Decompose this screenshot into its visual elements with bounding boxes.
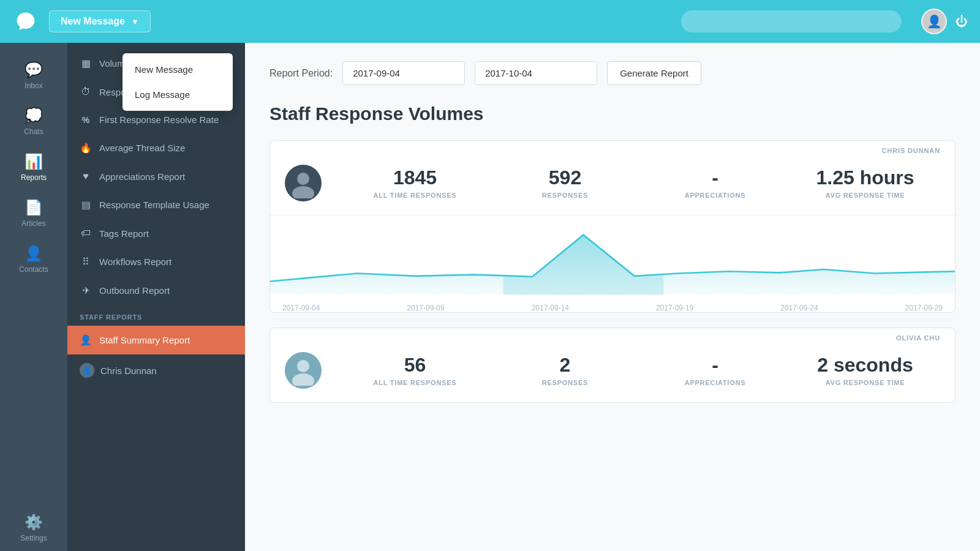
response-template-icon: ▤ — [80, 199, 92, 211]
contacts-icon: 👤 — [24, 245, 43, 262]
inbox-icon: 💬 — [24, 61, 43, 78]
new-message-button[interactable]: New Message ▼ — [49, 10, 151, 32]
section-title: Staff Response Volumes — [270, 103, 956, 124]
sidebar-item-settings[interactable]: ⚙️ Settings — [0, 505, 67, 551]
olivia-all-time: 56 ALL TIME RESPONSES — [340, 348, 490, 392]
tags-report-icon: 🏷 — [80, 228, 92, 239]
period-label: Report Period: — [270, 68, 333, 79]
app-logo — [12, 8, 39, 35]
svg-point-3 — [292, 373, 314, 386]
staff-summary-icon: 👤 — [80, 334, 92, 346]
main-layout: 💬 Inbox 💭 Chats 📊 Reports 📄 Articles 👤 C… — [0, 43, 980, 551]
dropdown-new-message[interactable]: New Message — [123, 57, 233, 82]
articles-icon: 📄 — [24, 199, 43, 216]
sidebar-item-inbox[interactable]: 💬 Inbox — [0, 53, 67, 99]
olivia-avatar — [285, 352, 322, 389]
menu-appreciations[interactable]: ♥ Appreciations Report — [67, 162, 245, 190]
staff-card-olivia: OLIVIA CHU 56 ALL TIME RESPONSES 2 RE — [270, 328, 956, 403]
menu-response-template[interactable]: ▤ Response Template Usage — [67, 190, 245, 219]
chris-avg-response: 1.25 hours AVG RESPONSE TIME — [790, 160, 940, 205]
response-time-icon: ⏱ — [80, 86, 92, 97]
topbar-right: 👤 ⏻ — [921, 9, 968, 34]
svg-point-0 — [297, 173, 309, 185]
menu-avg-thread[interactable]: 🔥 Average Thread Size — [67, 133, 245, 162]
first-response-icon: % — [80, 115, 92, 125]
workflows-icon: ⠿ — [80, 256, 92, 268]
chris-avatar — [285, 165, 322, 201]
svg-point-1 — [292, 186, 314, 198]
chris-all-time: 1845 ALL TIME RESPONSES — [340, 160, 490, 205]
chris-chart: 2017-09-04 2017-09-09 2017-09-14 2017-09… — [270, 215, 955, 312]
search-input[interactable] — [681, 10, 902, 32]
olivia-avg-response: 2 seconds AVG RESPONSE TIME — [790, 348, 940, 392]
chats-icon: 💭 — [24, 107, 43, 124]
chris-name-label: CHRIS DUNNAN — [270, 141, 955, 154]
olivia-appreciations: - APPRECIATIONS — [640, 348, 790, 392]
menu-staff-summary-report[interactable]: 👤 Staff Summary Report — [67, 326, 245, 354]
main-content: Report Period: Generate Report Staff Res… — [245, 43, 980, 551]
topbar: New Message ▼ New Message Log Message 👤 … — [0, 0, 980, 43]
date-from-input[interactable] — [342, 61, 465, 85]
dropdown-arrow-icon: ▼ — [131, 17, 139, 26]
avg-thread-icon: 🔥 — [80, 142, 92, 154]
settings-icon: ⚙️ — [24, 514, 43, 531]
report-period-bar: Report Period: Generate Report — [270, 61, 956, 85]
user-avatar[interactable]: 👤 — [921, 9, 947, 34]
staff-card-chris: CHRIS DUNNAN 1845 ALL TIME RESPONSES 592 — [270, 140, 956, 313]
sidebar-item-contacts[interactable]: 👤 Contacts — [0, 236, 67, 282]
olivia-name-label: OLIVIA CHU — [270, 328, 955, 342]
chris-x-labels: 2017-09-04 2017-09-09 2017-09-14 2017-09… — [270, 304, 955, 312]
new-message-label: New Message — [61, 16, 125, 27]
outbound-icon: ✈ — [80, 285, 92, 296]
staff-reports-header: STAFF REPORTS — [67, 305, 245, 326]
chris-mini-avatar: 👤 — [80, 363, 94, 378]
date-to-input[interactable] — [475, 61, 597, 85]
olivia-responses: 2 RESPONSES — [490, 348, 640, 392]
new-message-dropdown: New Message Log Message — [123, 53, 233, 111]
reports-sidebar: ▦ Volume Report ⏱ Response Time Report %… — [67, 43, 245, 551]
sidebar-item-chats[interactable]: 💭 Chats — [0, 99, 67, 144]
menu-tags-report[interactable]: 🏷 Tags Report — [67, 219, 245, 247]
chris-appreciations: - APPRECIATIONS — [640, 160, 790, 205]
appreciations-icon: ♥ — [80, 171, 92, 182]
volume-report-icon: ▦ — [80, 58, 92, 69]
chris-responses: 592 RESPONSES — [490, 160, 640, 205]
generate-report-button[interactable]: Generate Report — [607, 61, 701, 85]
menu-chris-dunnan[interactable]: 👤 Chris Dunnan — [67, 354, 245, 386]
left-sidebar: 💬 Inbox 💭 Chats 📊 Reports 📄 Articles 👤 C… — [0, 43, 67, 551]
menu-workflows-report[interactable]: ⠿ Workflows Report — [67, 247, 245, 276]
power-icon[interactable]: ⏻ — [956, 15, 968, 29]
sidebar-item-reports[interactable]: 📊 Reports — [0, 144, 67, 190]
menu-outbound-report[interactable]: ✈ Outbound Report — [67, 276, 245, 305]
sidebar-item-articles[interactable]: 📄 Articles — [0, 190, 67, 236]
dropdown-log-message[interactable]: Log Message — [123, 82, 233, 107]
reports-icon: 📊 — [24, 153, 43, 170]
svg-point-2 — [297, 360, 309, 372]
